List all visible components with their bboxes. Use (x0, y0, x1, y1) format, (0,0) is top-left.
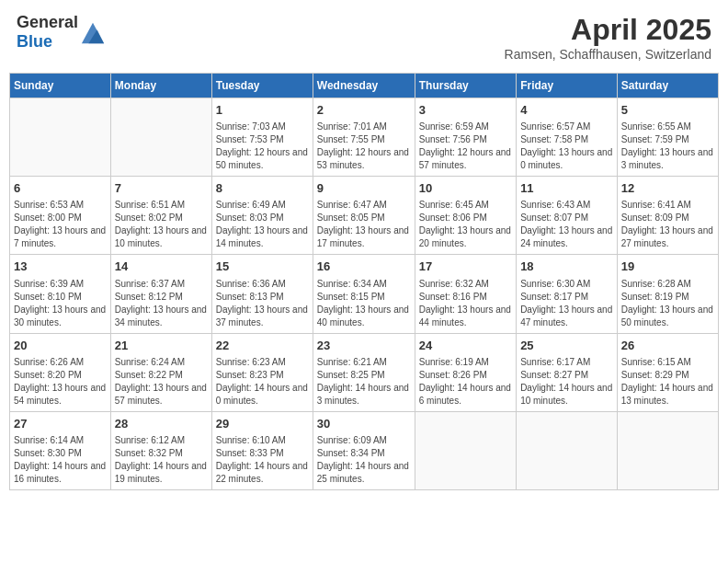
day-info: Sunrise: 7:03 AM Sunset: 7:53 PM Dayligh… (216, 121, 309, 172)
logo-general: General (17, 13, 78, 31)
calendar-cell: 12Sunrise: 6:41 AM Sunset: 8:09 PM Dayli… (617, 177, 718, 255)
day-number: 4 (520, 102, 613, 119)
logo-icon (80, 19, 106, 45)
calendar-table: SundayMondayTuesdayWednesdayThursdayFrid… (9, 73, 719, 490)
day-info: Sunrise: 6:23 AM Sunset: 8:23 PM Dayligh… (216, 356, 309, 408)
logo-blue: Blue (17, 32, 52, 51)
day-info: Sunrise: 6:57 AM Sunset: 7:58 PM Dayligh… (520, 121, 613, 172)
day-number: 29 (216, 416, 309, 432)
calendar-week-0: 1Sunrise: 7:03 AM Sunset: 7:53 PM Daylig… (10, 98, 719, 177)
calendar-cell: 28Sunrise: 6:12 AM Sunset: 8:32 PM Dayli… (110, 411, 211, 489)
calendar-cell: 22Sunrise: 6:23 AM Sunset: 8:23 PM Dayli… (211, 333, 313, 411)
calendar-cell: 27Sunrise: 6:14 AM Sunset: 8:30 PM Dayli… (10, 411, 111, 489)
month-title: April 2025 (505, 13, 711, 47)
day-number: 6 (14, 180, 107, 197)
day-info: Sunrise: 6:14 AM Sunset: 8:30 PM Dayligh… (14, 434, 107, 486)
calendar-cell: 6Sunrise: 6:53 AM Sunset: 8:00 PM Daylig… (10, 177, 111, 255)
calendar-cell: 14Sunrise: 6:37 AM Sunset: 8:12 PM Dayli… (110, 255, 211, 333)
header-cell-wednesday: Wednesday (313, 74, 415, 98)
day-info: Sunrise: 6:32 AM Sunset: 8:16 PM Dayligh… (419, 278, 512, 329)
calendar-cell: 23Sunrise: 6:21 AM Sunset: 8:25 PM Dayli… (313, 333, 415, 411)
day-number: 2 (317, 102, 411, 119)
calendar-week-3: 20Sunrise: 6:26 AM Sunset: 8:20 PM Dayli… (10, 333, 719, 411)
day-number: 3 (419, 102, 512, 119)
day-number: 23 (317, 338, 411, 354)
header-cell-sunday: Sunday (10, 74, 111, 98)
day-info: Sunrise: 6:43 AM Sunset: 8:07 PM Dayligh… (520, 199, 613, 250)
calendar-cell: 5Sunrise: 6:55 AM Sunset: 7:59 PM Daylig… (617, 98, 718, 177)
calendar-cell: 20Sunrise: 6:26 AM Sunset: 8:20 PM Dayli… (10, 333, 111, 411)
logo: General Blue (17, 13, 106, 52)
calendar-header: SundayMondayTuesdayWednesdayThursdayFrid… (10, 74, 719, 98)
logo-text: General Blue (17, 13, 78, 52)
calendar-week-1: 6Sunrise: 6:53 AM Sunset: 8:00 PM Daylig… (10, 177, 719, 255)
day-number: 5 (621, 102, 714, 119)
day-number: 30 (317, 416, 411, 432)
calendar-cell: 16Sunrise: 6:34 AM Sunset: 8:15 PM Dayli… (313, 255, 415, 333)
day-number: 15 (216, 259, 309, 275)
calendar-cell (10, 98, 111, 177)
day-info: Sunrise: 6:59 AM Sunset: 7:56 PM Dayligh… (419, 121, 512, 172)
day-number: 27 (14, 416, 107, 432)
day-info: Sunrise: 6:37 AM Sunset: 8:12 PM Dayligh… (115, 278, 208, 329)
day-info: Sunrise: 6:24 AM Sunset: 8:22 PM Dayligh… (115, 356, 208, 408)
day-info: Sunrise: 6:28 AM Sunset: 8:19 PM Dayligh… (621, 278, 714, 329)
day-number: 12 (621, 180, 714, 197)
day-info: Sunrise: 6:49 AM Sunset: 8:03 PM Dayligh… (216, 199, 309, 250)
header-cell-monday: Monday (110, 74, 211, 98)
header-cell-tuesday: Tuesday (211, 74, 313, 98)
day-info: Sunrise: 6:09 AM Sunset: 8:34 PM Dayligh… (317, 434, 411, 486)
day-number: 14 (115, 259, 208, 275)
calendar-cell: 4Sunrise: 6:57 AM Sunset: 7:58 PM Daylig… (517, 98, 618, 177)
day-info: Sunrise: 6:51 AM Sunset: 8:02 PM Dayligh… (115, 199, 208, 250)
title-block: April 2025 Ramsen, Schaffhausen, Switzer… (505, 13, 711, 62)
header-row: SundayMondayTuesdayWednesdayThursdayFrid… (10, 74, 719, 98)
day-info: Sunrise: 6:39 AM Sunset: 8:10 PM Dayligh… (14, 278, 107, 329)
calendar-cell (517, 411, 618, 489)
day-number: 8 (216, 180, 309, 197)
day-info: Sunrise: 6:17 AM Sunset: 8:27 PM Dayligh… (520, 356, 613, 408)
calendar-cell: 17Sunrise: 6:32 AM Sunset: 8:16 PM Dayli… (415, 255, 516, 333)
calendar-cell (110, 98, 211, 177)
calendar-cell: 30Sunrise: 6:09 AM Sunset: 8:34 PM Dayli… (313, 411, 415, 489)
calendar-cell: 24Sunrise: 6:19 AM Sunset: 8:26 PM Dayli… (415, 333, 516, 411)
header-cell-friday: Friday (517, 74, 618, 98)
calendar-week-2: 13Sunrise: 6:39 AM Sunset: 8:10 PM Dayli… (10, 255, 719, 333)
day-info: Sunrise: 6:15 AM Sunset: 8:29 PM Dayligh… (621, 356, 714, 408)
day-number: 16 (317, 259, 411, 275)
day-info: Sunrise: 6:19 AM Sunset: 8:26 PM Dayligh… (419, 356, 512, 408)
day-number: 21 (115, 338, 208, 354)
day-info: Sunrise: 6:45 AM Sunset: 8:06 PM Dayligh… (419, 199, 512, 250)
day-info: Sunrise: 6:41 AM Sunset: 8:09 PM Dayligh… (621, 199, 714, 250)
calendar-cell: 11Sunrise: 6:43 AM Sunset: 8:07 PM Dayli… (517, 177, 618, 255)
day-number: 10 (419, 180, 512, 197)
day-info: Sunrise: 6:55 AM Sunset: 7:59 PM Dayligh… (621, 121, 714, 172)
day-info: Sunrise: 6:12 AM Sunset: 8:32 PM Dayligh… (115, 434, 208, 486)
day-number: 17 (419, 259, 512, 275)
calendar-cell: 7Sunrise: 6:51 AM Sunset: 8:02 PM Daylig… (110, 177, 211, 255)
day-number: 26 (621, 338, 714, 354)
day-number: 1 (216, 102, 309, 119)
calendar-cell: 2Sunrise: 7:01 AM Sunset: 7:55 PM Daylig… (313, 98, 415, 177)
calendar-cell (415, 411, 516, 489)
calendar-cell: 19Sunrise: 6:28 AM Sunset: 8:19 PM Dayli… (617, 255, 718, 333)
day-number: 7 (115, 180, 208, 197)
calendar-cell: 25Sunrise: 6:17 AM Sunset: 8:27 PM Dayli… (517, 333, 618, 411)
day-number: 28 (115, 416, 208, 432)
day-number: 22 (216, 338, 309, 354)
day-number: 18 (520, 259, 613, 275)
calendar-cell: 26Sunrise: 6:15 AM Sunset: 8:29 PM Dayli… (617, 333, 718, 411)
location-title: Ramsen, Schaffhausen, Switzerland (505, 47, 711, 62)
calendar-cell: 21Sunrise: 6:24 AM Sunset: 8:22 PM Dayli… (110, 333, 211, 411)
calendar-cell: 13Sunrise: 6:39 AM Sunset: 8:10 PM Dayli… (10, 255, 111, 333)
calendar-cell: 9Sunrise: 6:47 AM Sunset: 8:05 PM Daylig… (313, 177, 415, 255)
day-number: 13 (14, 259, 107, 275)
calendar-body: 1Sunrise: 7:03 AM Sunset: 7:53 PM Daylig… (10, 98, 719, 490)
day-info: Sunrise: 6:10 AM Sunset: 8:33 PM Dayligh… (216, 434, 309, 486)
day-info: Sunrise: 6:30 AM Sunset: 8:17 PM Dayligh… (520, 278, 613, 329)
day-number: 24 (419, 338, 512, 354)
day-info: Sunrise: 6:36 AM Sunset: 8:13 PM Dayligh… (216, 278, 309, 329)
header-cell-saturday: Saturday (617, 74, 718, 98)
day-info: Sunrise: 7:01 AM Sunset: 7:55 PM Dayligh… (317, 121, 411, 172)
calendar-cell: 10Sunrise: 6:45 AM Sunset: 8:06 PM Dayli… (415, 177, 516, 255)
